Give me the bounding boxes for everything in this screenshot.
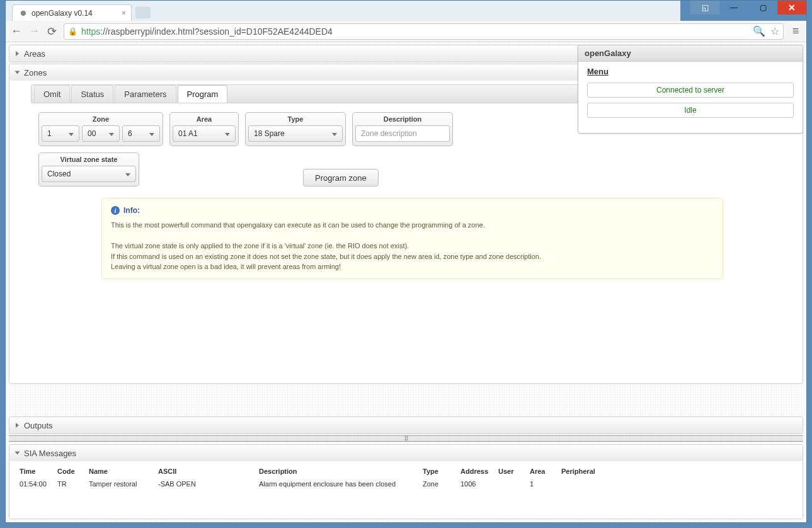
cell-addr: 1006 (457, 478, 495, 490)
accordion-sia-label: SIA Messages (24, 449, 76, 458)
col-user: User (495, 465, 526, 478)
status-idle: Idle (587, 103, 794, 118)
group-area: Area 01 A1 (169, 112, 239, 146)
tab-program[interactable]: Program (178, 85, 228, 103)
zone-select-3[interactable]: 6 (122, 125, 160, 142)
favicon-icon (19, 9, 28, 18)
accordion-areas-label: Areas (24, 49, 45, 59)
browser-menu-icon[interactable]: ≡ (790, 25, 801, 38)
new-tab-button[interactable] (135, 7, 151, 18)
tab-close-icon[interactable]: × (122, 9, 126, 18)
status-connected: Connected to server (587, 83, 794, 98)
side-panel: openGalaxy Menu Connected to server Idle (578, 45, 803, 134)
tab-parameters[interactable]: Parameters (115, 85, 176, 103)
tab-omit[interactable]: Omit (34, 85, 70, 103)
col-area: Area (526, 465, 558, 478)
program-zone-button[interactable]: Program zone (303, 169, 379, 187)
tab-status[interactable]: Status (71, 85, 113, 103)
area-select[interactable]: 01 A1 (173, 125, 236, 142)
back-button[interactable]: ← (11, 25, 22, 38)
url-rest: ://raspberrypi/index.html?session_id=D10… (100, 26, 332, 37)
cell-area: 1 (526, 478, 558, 490)
zone-select-1[interactable]: 1 (42, 125, 79, 142)
group-description: Description (352, 112, 453, 146)
address-bar[interactable]: 🔒 https://raspberrypi/index.html?session… (64, 23, 784, 40)
col-time: Time (16, 465, 54, 478)
cell-ascii: -SAB OPEN (154, 478, 255, 490)
close-button[interactable]: ✕ (777, 1, 806, 14)
group-zone-title: Zone (42, 115, 160, 123)
url-scheme: https (81, 26, 100, 37)
info-icon: i (111, 206, 120, 215)
sia-table: Time Code Name ASCII Description Type Ad… (16, 465, 796, 490)
col-desc: Description (255, 465, 419, 478)
chevron-right-icon (16, 51, 19, 56)
maximize-button[interactable]: ▢ (748, 1, 777, 14)
zoom-icon[interactable]: 🔍 (753, 25, 765, 37)
cell-user (495, 478, 526, 490)
cell-type: Zone (419, 478, 457, 490)
accordion-outputs[interactable]: Outputs (9, 417, 803, 433)
group-type-title: Type (248, 115, 343, 123)
accordion-outputs-label: Outputs (24, 421, 53, 430)
cell-name: Tamper restoral (85, 478, 154, 490)
forward-button: → (28, 25, 40, 38)
accordion-zones-label: Zones (24, 68, 47, 77)
virtual-state-select[interactable]: Closed (42, 166, 136, 182)
zone-select-2[interactable]: 00 (82, 125, 120, 142)
zone-description-input[interactable] (355, 125, 450, 142)
group-type: Type 18 Spare (245, 112, 346, 146)
lock-icon: 🔒 (68, 27, 77, 36)
bookmark-icon[interactable]: ☆ (770, 25, 779, 37)
cell-desc: Alarm equipment enclosure has been close… (255, 478, 419, 490)
col-type: Type (419, 465, 457, 478)
info-title-text: Info: (123, 205, 140, 216)
info-line-3: If this command is used on an existing z… (111, 251, 714, 262)
cell-time: 01:54:00 (16, 478, 54, 490)
table-row: 01:54:00 TR Tamper restoral -SAB OPEN Al… (16, 478, 796, 490)
group-virtual-state: Virtual zone state Closed (38, 152, 139, 187)
group-virtual-state-title: Virtual zone state (42, 156, 136, 163)
info-line-1: This is the most powerfull command that … (111, 220, 714, 231)
cell-code: TR (54, 478, 85, 490)
horizontal-splitter[interactable]: ⇳ (9, 435, 803, 442)
col-ascii: ASCII (154, 465, 255, 478)
browser-tab-title: openGalaxy v0.14 (31, 9, 93, 18)
type-select[interactable]: 18 Spare (248, 125, 343, 142)
info-line-2: The virtual zone state is only applied t… (111, 241, 714, 251)
reload-button[interactable]: ⟳ (46, 25, 57, 38)
group-zone: Zone 1 00 6 (38, 112, 163, 146)
accordion-sia[interactable]: SIA Messages (9, 445, 803, 461)
group-area-title: Area (173, 115, 236, 123)
user-icon[interactable]: ◱ (690, 1, 719, 14)
col-addr: Address (457, 465, 495, 478)
side-panel-title: openGalaxy (578, 45, 803, 62)
cell-periph (558, 478, 796, 490)
group-description-title: Description (355, 115, 450, 123)
info-line-4: Leaving a virtual zone open is a bad ide… (111, 261, 714, 272)
chevron-down-icon (15, 71, 20, 74)
col-name: Name (85, 465, 154, 478)
info-box: i Info: This is the most powerfull comma… (101, 198, 723, 279)
chevron-right-icon (16, 423, 19, 428)
chevron-down-icon (15, 452, 20, 455)
side-menu-link[interactable]: Menu (587, 67, 794, 76)
col-code: Code (54, 465, 85, 478)
minimize-button[interactable]: — (719, 1, 748, 14)
col-periph: Peripheral (558, 465, 796, 478)
browser-tab[interactable]: openGalaxy v0.14 × (12, 4, 132, 21)
